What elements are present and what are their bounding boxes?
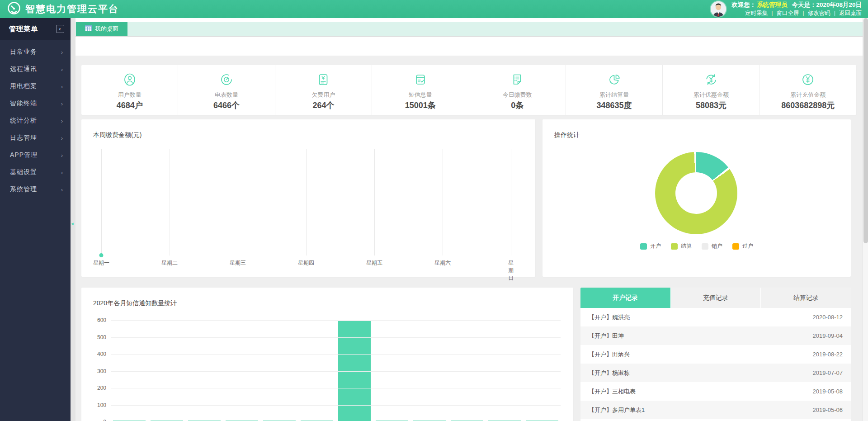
sidebar-title: 管理菜单 [9, 25, 38, 33]
record-row[interactable]: 【开户】田炳兴2019-08-22 [580, 345, 851, 364]
sidebar-item-label: APP管理 [10, 151, 38, 159]
bar-slot-3月 [186, 320, 223, 421]
stat-value: 6466个 [213, 100, 240, 110]
records-card: 开户记录充值记录结算记录 【开户】魏洪亮2020-08-12【开户】田坤2019… [580, 288, 851, 421]
bar-slot-4月 [223, 320, 261, 421]
chart-gridline [101, 149, 102, 255]
sidebar-item-label: 用电档案 [10, 82, 37, 90]
chart-gridline [111, 388, 561, 388]
record-date: 2019-05-08 [813, 388, 843, 395]
sidebar: 管理菜单 ‹ 日常业务›远程通讯›用电档案›智能终端›统计分析›日志管理›APP… [0, 18, 71, 421]
bar-slot-5月 [261, 320, 298, 421]
user-icon [122, 71, 138, 88]
records-tab-开户记录[interactable]: 开户记录 [580, 288, 671, 308]
stats-summary-card: 用户数量4684户电表数量6466个欠费用户264个短信总量15001条今日缴费… [81, 65, 856, 115]
sidebar-item-日志管理[interactable]: 日志管理› [0, 129, 71, 147]
record-row[interactable]: 【开户】田坤2019-09-04 [580, 326, 851, 345]
sidebar-item-系统管理[interactable]: 系统管理› [0, 181, 71, 198]
sidebar-item-label: 系统管理 [10, 185, 37, 194]
operation-donut-chart [655, 152, 737, 234]
y-axis-label: 600 [84, 317, 106, 323]
legend-结算[interactable]: 结算 [671, 242, 692, 250]
sidebar-item-日常业务[interactable]: 日常业务› [0, 43, 71, 61]
sidebar-item-远程通讯[interactable]: 远程通讯› [0, 61, 71, 78]
tab-my-desktop[interactable]: 我的桌面 [76, 22, 127, 36]
chevron-right-icon: › [61, 135, 63, 142]
header-link-3[interactable]: 修改密码 [808, 9, 830, 17]
sidebar-collapse-button[interactable]: ‹ [56, 25, 64, 33]
y-axis-label: 400 [84, 351, 106, 357]
x-axis-label: 星期六 [434, 259, 451, 267]
sidebar-item-统计分析[interactable]: 统计分析› [0, 112, 71, 129]
stat-累计充值金额: 累计充值金额8603682898元 [760, 65, 856, 115]
record-date: 2019-08-22 [813, 351, 843, 358]
stat-label: 短信总量 [409, 91, 432, 99]
weekly-payment-line-chart: 星期一星期二星期三星期四星期五星期六星期日 [101, 149, 511, 255]
operation-stats-title: 操作统计 [554, 131, 580, 139]
bar-slot-8月 [373, 320, 410, 421]
x-axis-label: 星期五 [366, 259, 382, 267]
monthly-sms-chart-card: 2020年各月短信通知数量统计 6005004003002001000 1月2月… [81, 288, 573, 421]
record-date: 2019-09-04 [813, 332, 843, 339]
legend-label: 结算 [681, 242, 692, 250]
stat-累计结算量: 累计结算量348635度 [566, 65, 663, 115]
chart-gridline [111, 405, 561, 406]
legend-销户[interactable]: 销户 [702, 242, 722, 250]
sidebar-item-label: 智能终端 [10, 99, 37, 108]
main-area: 我的桌面 用户数量4684户电表数量6466个欠费用户264个短信总量15001… [75, 18, 868, 421]
stat-value: 15001条 [405, 100, 436, 110]
link-separator: | [803, 9, 804, 17]
record-row[interactable]: 【开户】杨淑栋2019-07-07 [580, 364, 851, 382]
chevron-right-icon: › [61, 169, 63, 176]
sidebar-item-APP管理[interactable]: APP管理› [0, 147, 71, 164]
bar-slot-10月 [448, 320, 486, 421]
sidebar-item-label: 远程通讯 [10, 65, 37, 73]
stat-value: 8603682898元 [781, 100, 835, 110]
sidebar-menu: 日常业务›远程通讯›用电档案›智能终端›统计分析›日志管理›APP管理›基础设置… [0, 43, 71, 198]
x-axis-label: 星期四 [298, 259, 314, 267]
stat-累计优惠金额: 累计优惠金额58083元 [663, 65, 760, 115]
y-axis-label: 300 [84, 368, 106, 374]
legend-过户[interactable]: 过户 [732, 242, 753, 250]
record-name: 【开户】三相电表 [589, 388, 636, 396]
record-row[interactable]: 【开户】魏洪亮2020-08-12 [580, 308, 851, 326]
stat-短信总量: 短信总量15001条 [372, 65, 469, 115]
avatar[interactable] [711, 1, 726, 17]
bar-slot-11月 [486, 320, 523, 421]
stat-label: 电表数量 [215, 91, 238, 99]
data-point-星期一[interactable] [99, 253, 104, 257]
stat-用户数量: 用户数量4684户 [81, 65, 178, 115]
scrollbar-thumb[interactable] [863, 18, 868, 243]
records-tab-结算记录[interactable]: 结算记录 [761, 288, 851, 308]
header-link-4[interactable]: 返回桌面 [839, 9, 862, 17]
stat-label: 累计优惠金额 [693, 91, 729, 99]
bar-slot-7月 [336, 320, 373, 421]
sidebar-edge-strip[interactable]: ◂ [71, 18, 75, 421]
edge-collapse-icon: ◂ [71, 221, 74, 227]
record-row[interactable]: 【开户】多用户单表12019-05-06 [580, 401, 851, 419]
record-row[interactable]: 【开户】三相电表2019-05-08 [580, 382, 851, 401]
vertical-scrollbar[interactable] [863, 18, 868, 421]
app-header: 智慧电力管理云平台 欢迎您：系统管理员今天是：2020年08月20日 定时采集|… [0, 0, 868, 18]
meter-icon [218, 71, 235, 88]
sidebar-item-label: 统计分析 [10, 117, 37, 125]
legend-开户[interactable]: 开户 [640, 242, 661, 250]
sidebar-header: 管理菜单 ‹ [0, 18, 71, 40]
header-link-2[interactable]: 窗口全屏 [777, 9, 799, 17]
dashboard-content: 用户数量4684户电表数量6466个欠费用户264个短信总量15001条今日缴费… [75, 56, 868, 421]
gauge-logo-icon [7, 1, 21, 17]
payment-doc-icon [509, 71, 525, 88]
welcome-line: 欢迎您：系统管理员今天是：2020年08月20日 [731, 1, 862, 9]
desktop-grid-icon [85, 25, 92, 33]
bar-slot-6月 [298, 320, 336, 421]
sidebar-item-智能终端[interactable]: 智能终端› [0, 95, 71, 112]
records-tab-充值记录[interactable]: 充值记录 [671, 288, 761, 308]
welcome-prefix: 欢迎您： [731, 1, 756, 8]
header-link-1[interactable]: 定时采集 [745, 9, 768, 17]
header-quick-links: 定时采集|窗口全屏|修改密码|返回桌面 [745, 9, 862, 17]
record-date: 2020-08-12 [813, 314, 843, 321]
sidebar-item-基础设置[interactable]: 基础设置› [0, 164, 71, 181]
sidebar-item-用电档案[interactable]: 用电档案› [0, 78, 71, 95]
records-list: 【开户】魏洪亮2020-08-12【开户】田坤2019-09-04【开户】田炳兴… [580, 308, 851, 419]
chart-gridline [306, 149, 307, 255]
